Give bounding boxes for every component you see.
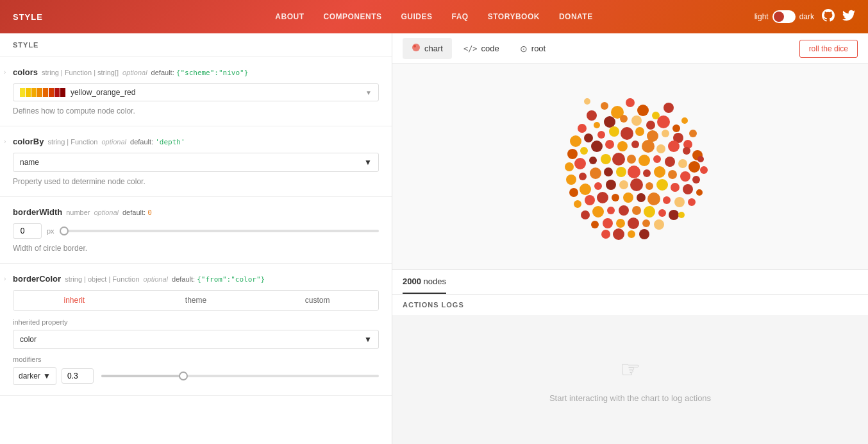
borderwidth-prop-header: borderWidth number optional default: 0 <box>13 207 379 217</box>
modifier-slider[interactable] <box>101 375 379 377</box>
svg-point-13 <box>620 115 628 123</box>
svg-point-74 <box>597 192 608 203</box>
bordercolor-default-val: {"from":"color"} <box>197 275 265 284</box>
colors-dropdown[interactable]: yellow_orange_red ▼ <box>13 83 379 101</box>
svg-point-75 <box>612 194 619 201</box>
borderwidth-slider[interactable] <box>60 230 379 232</box>
svg-point-85 <box>632 206 641 215</box>
svg-point-73 <box>585 195 595 205</box>
svg-point-51 <box>566 175 576 185</box>
borderwidth-input[interactable] <box>13 223 42 239</box>
colorby-description: Property used to determine node color. <box>13 177 379 186</box>
inherited-property-label: inherited property <box>13 318 379 326</box>
svg-point-63 <box>580 184 591 195</box>
svg-point-91 <box>616 219 625 228</box>
svg-point-78 <box>647 192 660 205</box>
colors-expand-arrow[interactable]: › <box>4 69 6 76</box>
svg-point-16 <box>657 115 670 128</box>
svg-point-48 <box>678 159 687 168</box>
svg-point-76 <box>623 192 633 203</box>
svg-point-40 <box>574 158 586 169</box>
theme-toggle[interactable]: light dark <box>755 10 814 23</box>
svg-point-44 <box>627 155 636 164</box>
inherited-property-dropdown[interactable]: color ▼ <box>13 330 379 349</box>
svg-point-101 <box>689 130 697 137</box>
twitter-icon[interactable] <box>842 9 855 25</box>
stats-tab[interactable]: 2000 nodes <box>403 270 446 294</box>
svg-point-41 <box>589 157 597 164</box>
theme-light-label: light <box>755 12 769 21</box>
empty-state: ☞ Start interacting with the chart to lo… <box>392 315 868 444</box>
svg-point-88 <box>669 210 679 220</box>
chart-tab-icon <box>412 43 421 54</box>
svg-point-50 <box>700 166 708 174</box>
tab-code-label: code <box>481 44 499 53</box>
colorby-section: › colorBy string | Function optional def… <box>0 126 392 197</box>
bordercolor-expand-arrow[interactable]: › <box>4 275 6 282</box>
nav-guides[interactable]: GUIDES <box>401 12 433 21</box>
svg-point-36 <box>668 141 680 152</box>
svg-point-53 <box>590 167 601 179</box>
svg-point-92 <box>628 218 639 229</box>
borderwidth-default-val: 0 <box>147 209 152 217</box>
borderwidth-prop-default: default: 0 <box>122 209 152 217</box>
svg-point-37 <box>683 147 690 155</box>
borderwidth-prop-type: number <box>66 209 90 216</box>
toggle-switch[interactable] <box>772 10 796 23</box>
svg-point-93 <box>642 219 650 227</box>
tab-code[interactable]: </> code <box>455 38 508 58</box>
svg-point-66 <box>619 180 628 189</box>
svg-point-15 <box>646 121 655 130</box>
svg-point-105 <box>678 212 685 218</box>
colors-select-arrow: ▼ <box>365 89 372 96</box>
svg-point-49 <box>689 161 700 173</box>
svg-point-14 <box>631 115 642 126</box>
borderwidth-prop-optional: optional <box>94 209 119 216</box>
colors-prop-header: colors string | Function | string[] opti… <box>13 67 379 77</box>
colorby-dropdown[interactable]: name ▼ <box>13 153 379 172</box>
github-icon[interactable] <box>822 9 835 25</box>
bordercolor-tab-custom[interactable]: custom <box>256 291 378 310</box>
header: STYLE ABOUT COMPONENTS GUIDES FAQ STORYB… <box>0 0 868 33</box>
header-right: light dark <box>755 9 855 25</box>
colorby-prop-default: default: 'depth' <box>130 138 185 146</box>
svg-point-87 <box>658 209 666 217</box>
tab-root-label: root <box>531 44 546 53</box>
svg-point-99 <box>584 98 590 105</box>
bordercolor-prop-optional: optional <box>144 275 169 283</box>
tab-chart[interactable]: chart <box>403 38 452 59</box>
nav-components[interactable]: COMPONENTS <box>324 12 382 21</box>
bordercolor-tab-inherit[interactable]: inherit <box>13 291 135 310</box>
svg-point-104 <box>688 198 696 206</box>
modifier-type-dropdown[interactable]: darker ▼ <box>13 367 56 385</box>
svg-point-9 <box>664 103 674 113</box>
svg-point-80 <box>674 197 685 207</box>
root-tab-icon: ⊙ <box>520 44 528 54</box>
borderwidth-description: Width of circle border. <box>13 244 379 253</box>
svg-point-19 <box>584 133 593 142</box>
colorby-prop-name: colorBy <box>13 137 44 146</box>
nav-about[interactable]: ABOUT <box>275 12 304 21</box>
modifier-value-input[interactable] <box>62 368 94 384</box>
svg-point-67 <box>630 178 643 191</box>
svg-point-94 <box>654 219 664 230</box>
svg-point-31 <box>605 140 614 149</box>
nav-donate[interactable]: DONATE <box>559 12 593 21</box>
nav-storybook[interactable]: STORYBOOK <box>488 12 540 21</box>
svg-point-103 <box>696 189 703 196</box>
svg-point-100 <box>681 117 688 124</box>
svg-point-3 <box>587 110 597 121</box>
svg-point-61 <box>692 176 700 184</box>
svg-point-35 <box>656 144 665 153</box>
colors-prop-optional: optional <box>122 69 147 76</box>
bubble-svg <box>528 64 733 269</box>
nav-faq[interactable]: FAQ <box>452 12 469 21</box>
bordercolor-tab-theme[interactable]: theme <box>135 291 257 310</box>
svg-point-17 <box>672 124 680 132</box>
svg-point-33 <box>631 141 639 148</box>
tab-root[interactable]: ⊙ root <box>511 38 555 59</box>
colorby-expand-arrow[interactable]: › <box>4 138 6 145</box>
roll-dice-button[interactable]: roll the dice <box>799 40 858 58</box>
svg-point-83 <box>607 207 615 214</box>
svg-point-18 <box>570 135 581 147</box>
